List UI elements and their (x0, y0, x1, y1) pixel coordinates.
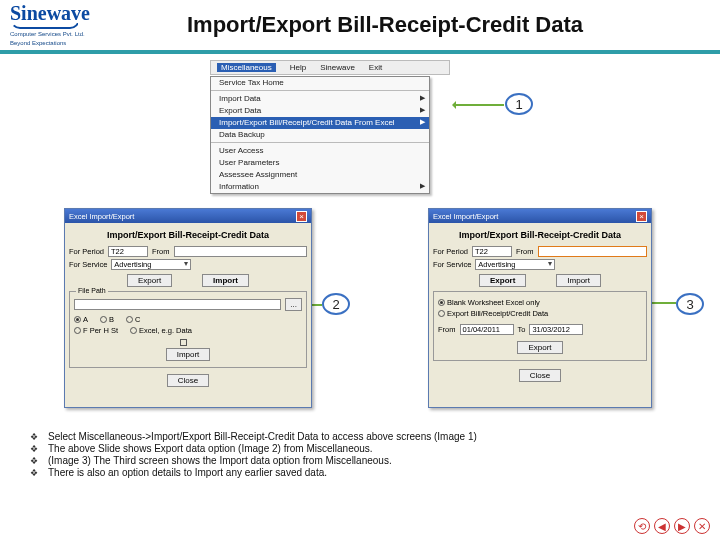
menu-item[interactable]: User Access (211, 145, 429, 157)
menu-item[interactable]: User Parameters (211, 157, 429, 169)
dialog-import: Excel Import/Export × Import/Export Bill… (428, 208, 652, 408)
label-for-service: For Service (69, 260, 107, 269)
radio-blank-worksheet[interactable]: Blank Worksheet Excel only (438, 298, 540, 307)
menu-miscellaneous[interactable]: Miscellaneous (217, 63, 276, 72)
menu-item[interactable]: Export Data (211, 105, 429, 117)
label-for-service: For Service (433, 260, 471, 269)
export-button[interactable]: Export (517, 341, 562, 354)
from-field[interactable] (538, 246, 647, 257)
menu-item[interactable]: Information (211, 181, 429, 193)
export-toggle-button[interactable]: Export (479, 274, 526, 287)
menubar: Miscellaneous Help Sinewave Exit (210, 60, 450, 75)
browse-button[interactable]: ... (285, 298, 302, 311)
brand-subtitle-2: Beyond Expectations (10, 40, 120, 47)
bullet-icon (30, 455, 38, 466)
radio-excel[interactable]: Excel, e.g. Data (130, 326, 192, 335)
note-line: (Image 3) The Third screen shows the Imp… (48, 455, 392, 466)
label-from: From (152, 247, 170, 256)
nav-restart-icon[interactable]: ⟲ (634, 518, 650, 534)
close-icon[interactable]: × (636, 211, 647, 222)
service-dropdown[interactable]: Advertising (475, 259, 555, 270)
miscellaneous-dropdown: Service Tax Home Import Data Export Data… (210, 76, 430, 194)
menu-item-selected[interactable]: Import/Export Bill/Receipt/Credit Data F… (211, 117, 429, 129)
file-path-field[interactable] (74, 299, 281, 310)
brand-logo: Sinewave Computer Services Pvt. Ltd. Bey… (10, 3, 120, 46)
checkbox-option[interactable] (180, 339, 189, 346)
to-date-field[interactable]: 31/03/2012 (529, 324, 583, 335)
leader-line-icon (454, 104, 504, 106)
note-line: The above Slide shows Export data option… (48, 443, 373, 454)
header-bar: Sinewave Computer Services Pvt. Ltd. Bey… (0, 0, 720, 54)
brand-name: Sinewave (10, 3, 120, 23)
export-toggle-button[interactable]: Export (127, 274, 172, 287)
menu-item[interactable]: Data Backup (211, 129, 429, 141)
close-button[interactable]: Close (519, 369, 561, 382)
import-toggle-button[interactable]: Import (556, 274, 601, 287)
window-title: Excel Import/Export (433, 212, 498, 221)
import-button[interactable]: Import (166, 348, 211, 361)
menu-item[interactable]: Assessee Assignment (211, 169, 429, 181)
nav-close-icon[interactable]: ✕ (694, 518, 710, 534)
close-button[interactable]: Close (167, 374, 209, 387)
note-line: There is also an option details to Impor… (48, 467, 327, 478)
note-line: Select Miscellaneous->Import/Export Bill… (48, 431, 477, 442)
label-from-date: From (438, 325, 456, 334)
radio-fph[interactable]: F Per H St (74, 326, 118, 335)
export-options-group: Blank Worksheet Excel only Export Bill/R… (433, 291, 647, 361)
dialog-heading: Import/Export Bill-Receipt-Credit Data (433, 230, 647, 240)
from-field[interactable] (174, 246, 307, 257)
slide-nav: ⟲ ◀ ▶ ✕ (634, 518, 710, 534)
menu-item[interactable]: Service Tax Home (211, 77, 429, 89)
titlebar: Excel Import/Export × (65, 209, 311, 223)
import-toggle-button[interactable]: Import (202, 274, 249, 287)
menu-separator (211, 90, 429, 92)
menu-separator (211, 142, 429, 144)
service-dropdown[interactable]: Advertising (111, 259, 191, 270)
label-to-date: To (518, 325, 526, 334)
window-title: Excel Import/Export (69, 212, 134, 221)
bullet-icon (30, 443, 38, 454)
callout-badge-3: 3 (676, 293, 704, 315)
from-date-field[interactable]: 01/04/2011 (460, 324, 514, 335)
label-for-period: For Period (433, 247, 468, 256)
label-for-period: For Period (69, 247, 104, 256)
menu-item[interactable]: Import Data (211, 93, 429, 105)
page-title: Import/Export Bill-Receipt-Credit Data (120, 12, 710, 38)
period-field[interactable]: T22 (108, 246, 148, 257)
radio-c[interactable]: C (126, 315, 140, 324)
callout-badge-1: 1 (505, 93, 533, 115)
bullet-icon (30, 467, 38, 478)
menu-help[interactable]: Help (290, 63, 306, 72)
period-field[interactable]: T22 (472, 246, 512, 257)
callout-badge-2: 2 (322, 293, 350, 315)
radio-a[interactable]: A (74, 315, 88, 324)
nav-next-icon[interactable]: ▶ (674, 518, 690, 534)
brand-subtitle-1: Computer Services Pvt. Ltd. (10, 31, 120, 38)
leader-line-icon (648, 302, 676, 304)
footnotes: Select Miscellaneous->Import/Export Bill… (30, 430, 670, 479)
close-icon[interactable]: × (296, 211, 307, 222)
bullet-icon (30, 431, 38, 442)
dialog-export: Excel Import/Export × Import/Export Bill… (64, 208, 312, 408)
group-title: File Path (76, 287, 108, 294)
menu-sinewave[interactable]: Sinewave (320, 63, 355, 72)
radio-b[interactable]: B (100, 315, 114, 324)
nav-prev-icon[interactable]: ◀ (654, 518, 670, 534)
label-from: From (516, 247, 534, 256)
radio-export-data[interactable]: Export Bill/Receipt/Credit Data (438, 309, 548, 318)
titlebar: Excel Import/Export × (429, 209, 651, 223)
dialog-heading: Import/Export Bill-Receipt-Credit Data (69, 230, 307, 240)
menu-exit[interactable]: Exit (369, 63, 382, 72)
top-menu-mock: Miscellaneous Help Sinewave Exit Service… (210, 60, 470, 194)
file-path-group: File Path ... A B C F Per H St Excel, e.… (69, 291, 307, 368)
